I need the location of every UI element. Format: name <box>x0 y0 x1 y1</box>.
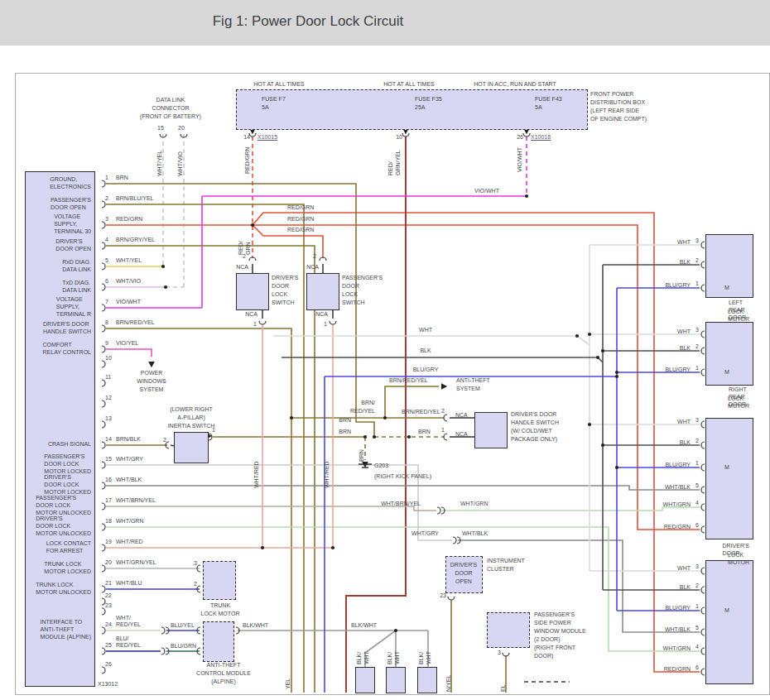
drivers-door-handle-switch <box>474 412 508 448</box>
drivers-door-lock-switch <box>236 273 269 310</box>
junction-dot <box>588 333 591 336</box>
junction-dot <box>394 629 397 632</box>
connector-glyph <box>448 597 455 600</box>
connector-glyph <box>701 487 705 493</box>
connector-glyph <box>102 524 105 530</box>
connector-glyph <box>102 400 105 407</box>
connector-glyph <box>102 346 105 352</box>
connector-glyph <box>701 504 705 511</box>
connector-glyph <box>701 669 705 675</box>
connector-glyph <box>701 348 705 354</box>
wire <box>106 465 452 540</box>
wire <box>106 506 436 511</box>
connector-glyph <box>102 503 105 510</box>
passengers-side-power-window-module <box>487 612 530 648</box>
connector-glyph <box>102 380 105 386</box>
left-rear-door-lock-motor <box>705 234 753 298</box>
arrow-icon <box>148 362 155 367</box>
junction-dot <box>363 435 367 439</box>
connector-glyph <box>102 361 105 367</box>
junction-dot <box>525 194 528 198</box>
lock-actuator-2 <box>386 667 406 693</box>
connector-glyph <box>701 526 705 533</box>
connector-glyph <box>701 331 705 338</box>
connector-glyph <box>102 421 105 428</box>
wiring-diagram: Fig 1: Power Door Lock Circuit 1BRNGROUN… <box>0 0 770 700</box>
connector-glyph <box>701 568 705 574</box>
wire <box>385 386 439 418</box>
front-power-distribution-box <box>236 89 588 130</box>
junction-dot <box>251 223 254 227</box>
connector-glyph <box>161 648 165 654</box>
connector-glyph <box>701 464 705 471</box>
junction-dot <box>164 285 167 289</box>
arrow-icon <box>441 383 447 390</box>
left-connector <box>25 171 95 687</box>
wire <box>253 225 700 530</box>
connector-glyph <box>453 537 456 544</box>
connector-glyph <box>102 242 105 249</box>
junction-dot <box>601 349 604 352</box>
connector-glyph <box>259 321 266 324</box>
connector-glyph <box>102 180 105 187</box>
wire <box>106 184 374 437</box>
junction-dot <box>407 435 411 439</box>
connector-glyph <box>161 627 165 634</box>
wire <box>106 328 291 418</box>
connector-glyph <box>102 325 105 332</box>
junction-dot <box>373 435 376 439</box>
wire <box>442 507 700 511</box>
connector-glyph <box>102 284 105 290</box>
connector-glyph <box>102 304 105 311</box>
junction-dot <box>596 356 599 359</box>
junction-dot <box>161 265 165 268</box>
connector-glyph <box>102 544 105 551</box>
connector-glyph <box>102 608 105 615</box>
drivers-door-lock-motor <box>705 418 753 539</box>
connector-glyph <box>444 434 447 440</box>
junction-dot <box>261 546 264 549</box>
connector-glyph <box>437 507 440 514</box>
instrument-cluster <box>445 556 483 593</box>
connector-glyph <box>249 257 256 261</box>
junction-dot <box>331 546 334 549</box>
connector-glyph <box>102 201 105 208</box>
wire <box>346 137 406 693</box>
junction-dot <box>575 334 579 338</box>
wire <box>106 486 700 490</box>
connector-glyph <box>701 607 705 614</box>
wire <box>106 349 152 357</box>
connector-glyph <box>102 648 105 654</box>
connector-glyph <box>503 653 509 656</box>
connector-glyph <box>701 261 705 268</box>
anti-theft-control-module <box>203 621 234 662</box>
connector-glyph <box>102 263 105 270</box>
connector-glyph <box>444 415 447 421</box>
wire <box>253 225 323 258</box>
connector-glyph <box>701 648 705 654</box>
junction-dot <box>383 416 387 420</box>
connector-glyph <box>701 242 705 248</box>
connector-glyph <box>701 421 705 428</box>
wire <box>577 336 590 345</box>
lock-actuator-3 <box>417 667 437 693</box>
trunk-lock-motor <box>203 561 236 600</box>
connector-glyph <box>701 285 705 291</box>
connector-glyph <box>102 667 105 674</box>
junction-dot <box>588 423 591 426</box>
connector-glyph <box>102 598 105 605</box>
connector-glyph <box>102 222 105 228</box>
connector-glyph <box>102 482 105 489</box>
connector-glyph <box>701 629 705 635</box>
junction-dot <box>615 466 618 469</box>
connector-glyph <box>330 321 336 324</box>
connector-glyph <box>102 586 105 592</box>
junction-dot <box>601 443 604 447</box>
connector-glyph <box>102 565 105 572</box>
junction-dot <box>615 371 618 374</box>
passengers-door-lock-switch <box>306 273 339 310</box>
connector-glyph <box>320 257 326 261</box>
passengers-door-lock-motor <box>705 560 753 684</box>
connector-glyph <box>102 442 105 448</box>
junction-dot <box>615 375 618 378</box>
